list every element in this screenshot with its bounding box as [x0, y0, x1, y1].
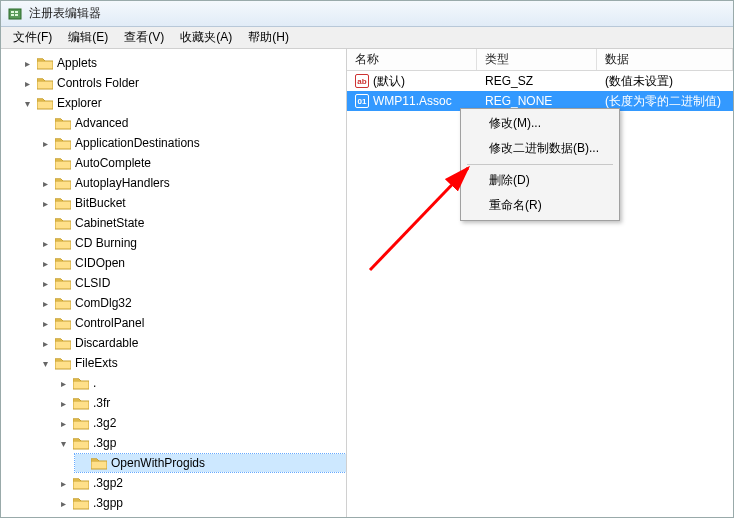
tree-node[interactable]: ▸.3g2 — [57, 414, 346, 432]
tree-node[interactable]: ▾Explorer — [21, 94, 346, 112]
value-data: (长度为零的二进制值) — [597, 93, 733, 110]
expand-icon[interactable]: ▸ — [39, 197, 51, 209]
titlebar[interactable]: 注册表编辑器 — [1, 1, 733, 27]
tree-label: BitBucket — [75, 196, 126, 210]
tree-label: .3gp2 — [93, 476, 123, 490]
list-body[interactable]: ab(默认)REG_SZ(数值未设置)01WMP11.AssocREG_NONE… — [347, 71, 733, 111]
menu-favorites[interactable]: 收藏夹(A) — [172, 27, 240, 48]
folder-icon — [73, 517, 89, 518]
tree-node[interactable]: Advanced — [39, 114, 346, 132]
col-name[interactable]: 名称 — [347, 49, 477, 70]
tree-label: Explorer — [57, 96, 102, 110]
tree-node[interactable]: ▸.3gp2 — [57, 474, 346, 492]
folder-icon — [55, 277, 71, 290]
tree-label: OpenWithProgids — [111, 456, 205, 470]
string-value-icon: ab — [355, 74, 369, 88]
folder-icon — [37, 77, 53, 90]
expand-icon[interactable]: ▸ — [57, 397, 69, 409]
ctx-modify[interactable]: 修改(M)... — [463, 111, 617, 136]
ctx-separator — [467, 164, 613, 165]
tree-node[interactable]: ▸ControlPanel — [39, 314, 346, 332]
value-type: REG_NONE — [477, 94, 597, 108]
tree-label: FileExts — [75, 356, 118, 370]
ctx-rename[interactable]: 重命名(R) — [463, 193, 617, 218]
expand-icon[interactable]: ▸ — [39, 237, 51, 249]
tree-label: AutoplayHandlers — [75, 176, 170, 190]
folder-icon — [55, 177, 71, 190]
expand-icon[interactable]: ▸ — [57, 377, 69, 389]
tree-node[interactable]: CabinetState — [39, 214, 346, 232]
folder-icon — [55, 337, 71, 350]
expand-icon[interactable]: ▸ — [57, 497, 69, 509]
svg-rect-3 — [15, 11, 18, 13]
value-row[interactable]: ab(默认)REG_SZ(数值未设置) — [347, 71, 733, 91]
expand-icon[interactable]: ▸ — [39, 317, 51, 329]
expand-icon[interactable]: ▸ — [39, 337, 51, 349]
tree-label: ApplicationDestinations — [75, 136, 200, 150]
list-header: 名称 类型 数据 — [347, 49, 733, 71]
tree-node[interactable]: ▸Controls Folder — [21, 74, 346, 92]
menu-view[interactable]: 查看(V) — [116, 27, 172, 48]
expand-icon[interactable]: ▸ — [39, 297, 51, 309]
app-icon — [7, 6, 23, 22]
folder-icon — [55, 237, 71, 250]
collapse-icon[interactable]: ▾ — [57, 437, 69, 449]
tree-label: . — [93, 376, 96, 390]
tree-node[interactable]: ▸.3fr — [57, 394, 346, 412]
regedit-window: 注册表编辑器 文件(F) 编辑(E) 查看(V) 收藏夹(A) 帮助(H) ▸A… — [0, 0, 734, 518]
svg-rect-1 — [11, 11, 14, 13]
context-menu: 修改(M)...修改二进制数据(B)...删除(D)重命名(R) — [460, 108, 620, 221]
folder-icon — [55, 317, 71, 330]
tree-node[interactable]: OpenWithProgids — [75, 454, 346, 472]
title-text: 注册表编辑器 — [29, 5, 101, 22]
folder-icon — [73, 417, 89, 430]
tree-label: .3gp — [93, 436, 116, 450]
expand-icon[interactable]: ▸ — [21, 77, 33, 89]
tree-node[interactable]: ▸CLSID — [39, 274, 346, 292]
expand-icon[interactable]: ▸ — [39, 177, 51, 189]
menu-help[interactable]: 帮助(H) — [240, 27, 297, 48]
tree-label: CIDOpen — [75, 256, 125, 270]
tree-node[interactable]: ▸.3gpp — [57, 494, 346, 512]
menubar: 文件(F) 编辑(E) 查看(V) 收藏夹(A) 帮助(H) — [1, 27, 733, 49]
tree-node[interactable]: ▸CIDOpen — [39, 254, 346, 272]
tree-node[interactable]: ▸. — [57, 374, 346, 392]
ctx-modify-binary[interactable]: 修改二进制数据(B)... — [463, 136, 617, 161]
tree-node[interactable]: ▸BitBucket — [39, 194, 346, 212]
tree-node[interactable]: ▸Discardable — [39, 334, 346, 352]
folder-icon — [55, 137, 71, 150]
col-type[interactable]: 类型 — [477, 49, 597, 70]
expand-icon[interactable]: ▸ — [57, 417, 69, 429]
tree-node[interactable]: ▾FileExts — [39, 354, 346, 372]
tree-node[interactable]: ▸Applets — [21, 54, 346, 72]
tree-node[interactable]: ▾.3gp — [57, 434, 346, 452]
folder-icon — [73, 377, 89, 390]
menu-file[interactable]: 文件(F) — [5, 27, 60, 48]
value-name: WMP11.Assoc — [373, 94, 452, 108]
tree-panel[interactable]: ▸Applets▸Controls Folder▾ExplorerAdvance… — [1, 49, 347, 517]
expand-icon[interactable]: ▸ — [39, 257, 51, 269]
tree-node[interactable]: ▸CD Burning — [39, 234, 346, 252]
svg-rect-2 — [11, 14, 14, 16]
tree-node[interactable]: ▸ComDlg32 — [39, 294, 346, 312]
tree-node[interactable]: ▸AutoplayHandlers — [39, 174, 346, 192]
expand-icon[interactable]: ▸ — [39, 277, 51, 289]
tree-label: CabinetState — [75, 216, 144, 230]
tree-node[interactable]: ▸.AAC — [57, 514, 346, 517]
folder-icon — [73, 437, 89, 450]
col-data[interactable]: 数据 — [597, 49, 733, 70]
tree-node[interactable]: ▸ApplicationDestinations — [39, 134, 346, 152]
ctx-delete[interactable]: 删除(D) — [463, 168, 617, 193]
tree-label: AutoComplete — [75, 156, 151, 170]
folder-icon — [55, 217, 71, 230]
collapse-icon[interactable]: ▾ — [21, 97, 33, 109]
expand-icon[interactable]: ▸ — [21, 57, 33, 69]
folder-icon — [91, 457, 107, 470]
menu-edit[interactable]: 编辑(E) — [60, 27, 116, 48]
collapse-icon[interactable]: ▾ — [39, 357, 51, 369]
tree-label: .AAC — [93, 516, 121, 517]
expand-icon[interactable]: ▸ — [57, 477, 69, 489]
tree-node[interactable]: AutoComplete — [39, 154, 346, 172]
expand-icon[interactable]: ▸ — [39, 137, 51, 149]
binary-value-icon: 01 — [355, 94, 369, 108]
